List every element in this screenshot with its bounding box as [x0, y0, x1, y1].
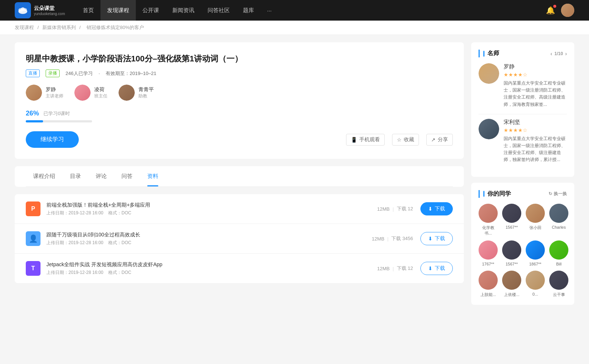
- avatar-image: [561, 4, 574, 17]
- sidebar-teacher-1-name: 罗静: [504, 63, 567, 70]
- share-button[interactable]: ↗ 分享: [426, 134, 453, 146]
- download-button-1[interactable]: ⬇ 下载: [420, 202, 453, 215]
- classmate-8: Bill: [549, 240, 568, 266]
- teacher-3-name: 青青平: [138, 86, 154, 93]
- teacher-1-name: 罗静: [46, 86, 63, 93]
- resource-icon-1: P: [26, 201, 40, 216]
- teachers-sidebar-title: 名师 ‹ 1/10 ›: [479, 50, 567, 57]
- sidebar-teacher-2-avatar: [479, 119, 499, 139]
- logo-sub: yunduoketang.com: [34, 12, 65, 16]
- resource-icon-2: 👤: [26, 231, 40, 246]
- phone-icon: 📱: [351, 137, 357, 143]
- refresh-icon: ↻: [549, 191, 552, 196]
- resource-meta-3: 上传日期：2019-12-28 16:00 格式：DOC: [46, 270, 377, 276]
- header: 云朵课堂 yunduoketang.com 首页 发现课程 公开课 新闻资讯 问…: [0, 0, 589, 21]
- logo-name: 云朵课堂: [34, 5, 65, 12]
- resource-list: P 前端全栈加强版！前端全栈+全周期+多端应用 上传日期：2019-12-28 …: [15, 194, 464, 283]
- download-button-2[interactable]: ⬇ 下载: [420, 232, 453, 245]
- classmate-2: 1567**: [502, 204, 521, 236]
- classmate-12-name: 云干事: [553, 292, 565, 297]
- badge-record: 录播: [46, 69, 60, 77]
- breadcrumb-series[interactable]: 新媒体营销系列: [42, 25, 76, 30]
- progress-label: 已学习0课时: [43, 110, 70, 117]
- resource-title-3: Jetpack全组件实战 开发短视频应用高仿皮皮虾App: [46, 261, 377, 268]
- breadcrumb-discover[interactable]: 发现课程: [15, 25, 34, 30]
- course-tabs: 课程介绍 目录 评论 问答 资料: [26, 166, 453, 187]
- user-avatar[interactable]: [561, 4, 574, 17]
- sidebar-teacher-1-stars: ★★★★☆: [504, 72, 567, 78]
- classmate-3-name: 张小田: [529, 225, 542, 231]
- collect-button[interactable]: ☆ 收藏: [392, 134, 419, 146]
- logo-icon: [15, 2, 31, 18]
- classmate-3-avatar: [526, 204, 545, 223]
- main-content: 明星中教授课，小学阶段语法100分–强化级第1讲动词（一） 直播 录播 246人…: [0, 35, 589, 318]
- classmate-10-name: 上依楼...: [504, 292, 519, 297]
- resource-meta-2: 上传日期：2019-12-28 16:00 格式：DOC: [46, 240, 372, 246]
- teacher-3-role: 助教: [138, 93, 154, 99]
- classmate-4-avatar: [549, 204, 568, 223]
- teachers-pagination: ‹ 1/10 ›: [550, 51, 567, 57]
- notification-bell[interactable]: 🔔: [546, 6, 555, 15]
- refresh-button[interactable]: ↻ 换一换: [549, 191, 567, 197]
- download-button-3[interactable]: ⬇ 下载: [420, 262, 453, 275]
- teachers-sidebar-card: 名师 ‹ 1/10 › 罗静 ★★★★☆ 国内某重点大学安全工程专业硕士，国家一…: [471, 42, 574, 177]
- classmate-10-avatar: [502, 271, 521, 290]
- nav-home[interactable]: 首页: [76, 0, 100, 21]
- progress-bar-fill: [26, 120, 43, 122]
- tab-catalog[interactable]: 目录: [63, 166, 88, 186]
- classmate-5-avatar: [479, 240, 498, 260]
- sidebar-teacher-1-avatar: [479, 63, 499, 84]
- classmates-grid: 化学教书... 1567** 张小田 Charles 1767**: [479, 204, 567, 297]
- teachers-prev[interactable]: ‹: [550, 51, 552, 57]
- nav-qa[interactable]: 问答社区: [201, 0, 236, 21]
- breadcrumb-current: 销冠修炼术搞定80%的客户: [87, 25, 144, 30]
- sidebar-teacher-2-desc: 国内某重点大学安全工程专业硕士，国家一级注册消防工程师、注册安全工程师、级注册建…: [504, 135, 567, 164]
- classmate-9-name: 上肢能...: [480, 292, 496, 297]
- course-tabs-card: 课程介绍 目录 评论 问答 资料: [15, 166, 464, 187]
- student-count: 246人已学习: [66, 70, 93, 77]
- tab-intro[interactable]: 课程介绍: [26, 166, 63, 186]
- tab-resource[interactable]: 资料: [140, 166, 166, 186]
- resource-item-3: T Jetpack全组件实战 开发短视频应用高仿皮皮虾App 上传日期：2019…: [15, 254, 464, 283]
- tab-review[interactable]: 评论: [88, 166, 114, 186]
- teacher-1: 罗静 主讲老师: [26, 85, 63, 101]
- logo[interactable]: 云朵课堂 yunduoketang.com: [15, 2, 65, 18]
- course-meta: 直播 录播 246人已学习 · 有效期至：2019–10–21: [26, 69, 453, 77]
- nav-open-course[interactable]: 公开课: [136, 0, 166, 21]
- nav-discover[interactable]: 发现课程: [100, 0, 136, 21]
- classmate-1-avatar: [479, 204, 498, 223]
- phone-watch-button[interactable]: 📱 手机观看: [346, 134, 385, 146]
- continue-study-button[interactable]: 继续学习: [26, 131, 79, 148]
- header-right: 🔔: [546, 4, 574, 17]
- valid-until: 有效期至：2019–10–21: [106, 70, 156, 77]
- progress-bar-bg: [26, 120, 92, 122]
- resource-stats-2: 12MB | 下载 3456: [372, 235, 413, 242]
- classmate-5: 1767**: [479, 240, 498, 266]
- classmates-title: 你的同学 ↻ 换一换: [479, 190, 567, 198]
- classmate-8-name: Bill: [556, 262, 562, 266]
- nav-more[interactable]: ···: [261, 0, 279, 21]
- download-icon-1: ⬇: [428, 206, 433, 212]
- classmate-5-name: 1767**: [482, 262, 494, 266]
- classmates-card: 你的同学 ↻ 换一换 化学教书... 1567** 张小田: [471, 183, 574, 305]
- tab-qa[interactable]: 问答: [114, 166, 140, 186]
- resource-stats-3: 12MB | 下载 12: [377, 265, 413, 272]
- course-card: 明星中教授课，小学阶段语法100分–强化级第1讲动词（一） 直播 录播 246人…: [15, 42, 464, 159]
- classmate-7-name: 1867**: [529, 262, 541, 266]
- resource-meta-1: 上传日期：2019-12-28 16:00 格式：DOC: [46, 210, 377, 216]
- nav-quiz[interactable]: 题库: [236, 0, 261, 21]
- resource-stats-1: 12MB | 下载 12: [377, 206, 413, 212]
- nav-news[interactable]: 新闻资讯: [166, 0, 201, 21]
- classmate-6-avatar: [502, 240, 521, 260]
- classmate-10: 上依楼...: [502, 271, 521, 297]
- sidebar-teacher-1-desc: 国内某重点大学安全工程专业硕士，国家一级注册消防工程师、注册安全工程师、高级注册…: [504, 80, 567, 108]
- teacher-2: 凌荷 班主任: [74, 85, 107, 101]
- classmate-6: 1567**: [502, 240, 521, 266]
- sidebar-teacher-2-name: 宋利坚: [504, 119, 567, 126]
- teachers-next[interactable]: ›: [565, 51, 567, 57]
- teachers-title-text: 名师: [487, 50, 499, 57]
- classmate-2-avatar: [502, 204, 521, 223]
- sidebar-teacher-1: 罗静 ★★★★☆ 国内某重点大学安全工程专业硕士，国家一级注册消防工程师、注册安…: [479, 63, 567, 108]
- svg-point-3: [21, 7, 25, 10]
- resource-icon-3: T: [26, 261, 40, 276]
